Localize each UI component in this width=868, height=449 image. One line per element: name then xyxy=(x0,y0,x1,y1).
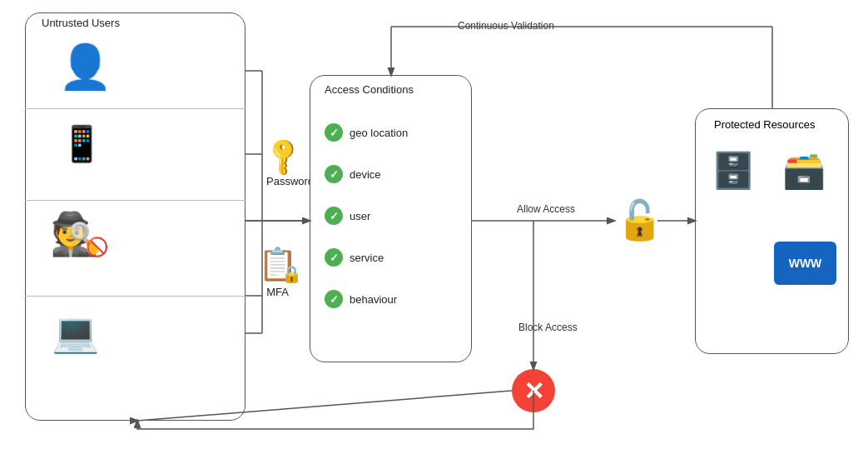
divider-2 xyxy=(25,200,246,201)
protected-resources-box xyxy=(695,108,849,354)
password-section: 🔑 Password xyxy=(266,140,314,187)
allow-access-label: Allow Access xyxy=(517,203,575,215)
access-conditions-title: Access Conditions xyxy=(325,83,414,96)
check-device-icon xyxy=(325,165,343,183)
key-icon: 🔑 xyxy=(260,132,305,178)
check-behaviour-icon xyxy=(325,290,343,308)
untrusted-users-label: Untrusted Users xyxy=(42,17,120,29)
check-device-label: device xyxy=(350,168,381,181)
mfa-label: MFA xyxy=(258,286,297,298)
divider-1 xyxy=(25,108,246,109)
divider-3 xyxy=(25,296,246,297)
check-device: device xyxy=(325,165,381,183)
block-access-label: Block Access xyxy=(518,322,578,333)
check-service: service xyxy=(325,248,384,267)
person-icon: 👤 xyxy=(58,42,112,92)
lock-icon: 🔓 xyxy=(616,197,663,242)
block-icon: ✕ xyxy=(512,369,555,412)
check-behaviour-label: behaviour xyxy=(350,293,397,306)
check-geo: geo location xyxy=(325,123,408,142)
check-geo-label: geo location xyxy=(350,127,408,139)
continuous-validation-label: Continuous Validation xyxy=(458,20,554,32)
database-icon: 🗃️ xyxy=(782,150,826,191)
check-service-icon xyxy=(325,248,343,267)
password-label: Password xyxy=(266,175,314,187)
check-behaviour: behaviour xyxy=(325,290,397,308)
diagram: { "title": "Zero Trust Architecture Diag… xyxy=(0,0,868,449)
check-service-label: service xyxy=(350,252,384,264)
check-user-label: user xyxy=(350,210,370,222)
server-icon: 🗄️ xyxy=(712,150,755,191)
check-user: user xyxy=(325,207,370,225)
mfa-section: 📋 🔒 MFA xyxy=(258,246,297,298)
mfa-icon: 📋 🔒 xyxy=(258,246,297,282)
tablet-icon: 📱 xyxy=(60,123,103,164)
www-icon: WWW xyxy=(774,242,836,285)
check-user-icon xyxy=(325,207,343,225)
check-geo-icon xyxy=(325,123,343,142)
laptop-icon: 💻 xyxy=(52,310,99,355)
hacker-icon: 🕵️ 🚫 xyxy=(50,210,102,258)
protected-resources-title: Protected Resources xyxy=(714,118,815,131)
